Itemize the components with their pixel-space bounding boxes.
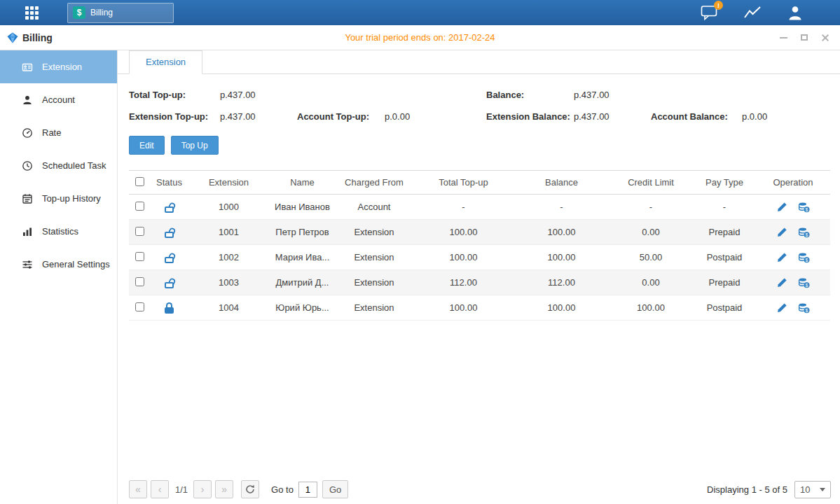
cell-total-topup: - <box>413 195 514 220</box>
lock-status-icon[interactable] <box>164 302 174 314</box>
sidebar: Extension Account Rate <box>0 50 118 504</box>
tab-extension[interactable]: Extension <box>129 50 202 74</box>
scheduled-task-icon <box>22 160 33 172</box>
svg-text:$: $ <box>805 232 808 237</box>
taskbar: $ Billing ! <box>0 0 840 25</box>
summary-row-2: Extension Top-up: p.437.00 Account Top-u… <box>129 107 830 129</box>
lock-status-icon[interactable] <box>164 227 174 238</box>
topup-history-icon <box>22 193 33 204</box>
svg-text:$: $ <box>805 282 808 287</box>
sidebar-item-scheduled-task[interactable]: Scheduled Task <box>0 149 117 182</box>
total-topup-value: p.437.00 <box>220 90 256 100</box>
row-checkbox[interactable] <box>135 227 144 236</box>
top-up-coins-icon[interactable]: $ <box>798 227 810 238</box>
sidebar-item-topup-history[interactable]: Top-up History <box>0 182 117 215</box>
sidebar-item-label: General Settings <box>42 259 110 270</box>
col-operation: Operation <box>756 171 830 195</box>
billing-summary: Total Top-up: p.437.00 Balance: p.437.00… <box>118 85 840 129</box>
edit-pencil-icon[interactable] <box>777 202 787 212</box>
sidebar-item-rate[interactable]: Rate <box>0 116 117 149</box>
top-up-coins-icon[interactable]: $ <box>798 252 810 263</box>
sidebar-item-general-settings[interactable]: General Settings <box>0 248 117 281</box>
billing-logo-icon <box>7 32 18 43</box>
displaying-text: Displaying 1 - 5 of 5 <box>707 484 787 495</box>
cell-charged-from: Extension <box>336 220 413 245</box>
taskbar-billing-tab[interactable]: $ Billing <box>67 3 174 23</box>
go-button[interactable]: Go <box>322 480 348 498</box>
minimize-icon[interactable] <box>778 33 788 43</box>
app-body: Extension Account Rate <box>0 50 840 504</box>
window-title: Billing <box>22 32 53 43</box>
cell-credit-limit: - <box>609 195 693 220</box>
cell-pay-type: Prepaid <box>693 220 756 245</box>
refresh-button[interactable] <box>241 480 259 498</box>
account-icon <box>22 94 33 106</box>
chart-icon[interactable] <box>743 5 762 20</box>
refresh-icon <box>245 484 255 494</box>
next-page-button[interactable]: › <box>193 480 212 498</box>
user-icon[interactable] <box>787 5 804 21</box>
sidebar-item-account[interactable]: Account <box>0 83 117 116</box>
row-checkbox[interactable] <box>135 202 144 211</box>
cell-balance: 112.00 <box>514 270 609 295</box>
row-checkbox[interactable] <box>135 302 144 312</box>
goto-page-input[interactable] <box>298 482 317 498</box>
last-page-button[interactable]: » <box>215 480 233 498</box>
sidebar-item-statistics[interactable]: Statistics <box>0 215 117 248</box>
cell-balance: 100.00 <box>514 245 609 270</box>
general-settings-icon <box>22 259 33 270</box>
row-checkbox[interactable] <box>135 277 144 286</box>
cell-extension: 1004 <box>188 295 269 321</box>
tabstrip: Extension <box>118 50 840 74</box>
lock-status-icon[interactable] <box>164 252 174 263</box>
sidebar-item-label: Rate <box>42 127 61 138</box>
sidebar-item-extension[interactable]: Extension <box>0 50 117 83</box>
top-up-coins-icon[interactable]: $ <box>798 277 810 288</box>
edit-pencil-icon[interactable] <box>777 252 787 262</box>
cell-pay-type: - <box>693 195 756 220</box>
edit-pencil-icon[interactable] <box>777 302 787 313</box>
cell-extension: 1001 <box>188 220 269 245</box>
goto-label: Go to <box>271 484 294 495</box>
statistics-icon <box>22 226 33 237</box>
first-page-button[interactable]: « <box>129 480 147 498</box>
action-buttons: Edit Top Up <box>118 136 840 155</box>
lock-status-icon[interactable] <box>164 202 174 213</box>
maximize-icon[interactable] <box>799 33 809 43</box>
col-balance: Balance <box>514 171 609 195</box>
sidebar-item-label: Top-up History <box>42 193 101 204</box>
edit-button[interactable]: Edit <box>129 136 165 155</box>
cell-extension: 1003 <box>188 270 269 295</box>
page-size-select[interactable]: 10 <box>794 481 831 498</box>
chat-icon[interactable]: ! <box>701 5 718 20</box>
cell-extension: 1000 <box>188 195 269 220</box>
account-balance-value: p.0.00 <box>742 111 767 122</box>
cell-credit-limit: 0.00 <box>609 270 693 295</box>
top-up-button[interactable]: Top Up <box>171 136 219 155</box>
cell-name: Петр Петров <box>269 220 336 245</box>
edit-pencil-icon[interactable] <box>777 227 787 237</box>
rate-icon <box>22 127 33 139</box>
table-row: 1000 Иван Иванов Account - - - - $ <box>129 195 830 220</box>
col-charged-from: Charged From <box>336 171 413 195</box>
edit-pencil-icon[interactable] <box>777 277 787 288</box>
col-extension: Extension <box>188 171 269 195</box>
row-checkbox[interactable] <box>135 252 144 261</box>
account-balance-label: Account Balance: <box>651 111 728 122</box>
prev-page-button[interactable]: ‹ <box>151 480 169 498</box>
sidebar-item-label: Account <box>42 94 75 105</box>
top-up-coins-icon[interactable]: $ <box>798 302 810 314</box>
col-status: Status <box>150 171 188 195</box>
cell-balance: 100.00 <box>514 295 609 321</box>
lock-status-icon[interactable] <box>164 277 174 288</box>
account-topup-value: p.0.00 <box>385 111 410 122</box>
extension-topup-label: Extension Top-up: <box>129 111 208 122</box>
top-up-coins-icon[interactable]: $ <box>798 202 810 213</box>
close-icon[interactable] <box>820 33 830 43</box>
cell-credit-limit: 50.00 <box>609 245 693 270</box>
taskbar-right: ! <box>701 5 804 21</box>
apps-grid-icon[interactable] <box>25 6 39 20</box>
pager-right: Displaying 1 - 5 of 5 10 <box>707 481 831 498</box>
select-all-checkbox[interactable] <box>135 177 144 186</box>
col-credit-limit: Credit Limit <box>609 171 693 195</box>
